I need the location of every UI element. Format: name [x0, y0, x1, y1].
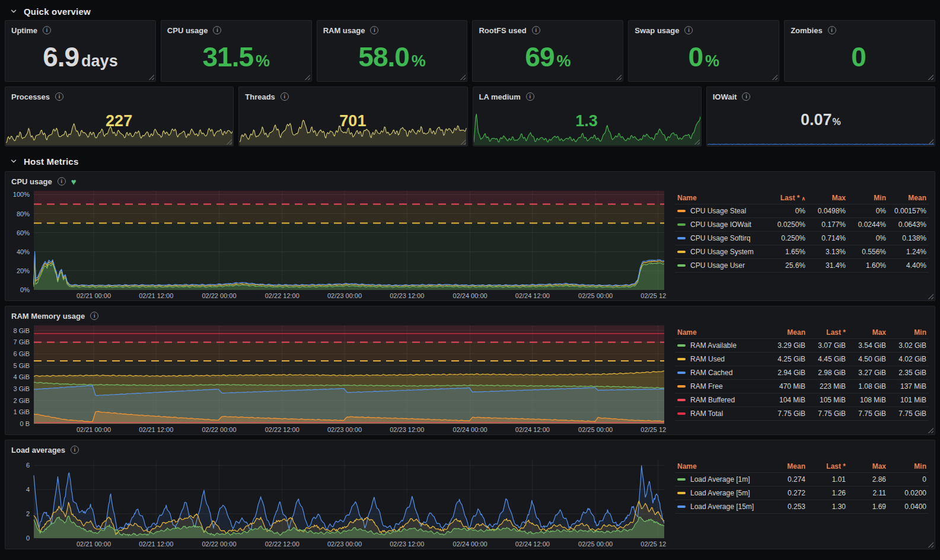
legend-row[interactable]: CPU Usage System1.65%3.13%0.556%1.24% — [675, 245, 929, 259]
quick-overview-row-2: Processes i 227 Threads i 701 LA medium — [5, 87, 935, 146]
panel-zombies: Zombies i 0 — [784, 20, 935, 82]
legend-row[interactable]: CPU Usage Softirq0.250%0.714%0%0.138% — [675, 232, 929, 245]
info-icon[interactable]: i — [213, 26, 221, 34]
legend-row[interactable]: RAM Used4.25 GiB4.45 GiB4.50 GiB4.02 GiB — [675, 353, 929, 366]
legend-column-max[interactable]: Max — [848, 327, 888, 339]
series-color-swatch — [677, 210, 686, 212]
info-icon[interactable]: i — [58, 177, 66, 185]
health-ok-heart-icon[interactable]: ♥ — [71, 177, 77, 186]
legend-row[interactable]: Load Average [15m]0.2531.301.690.0400 — [675, 500, 929, 514]
panel-resize-handle[interactable] — [148, 74, 154, 80]
info-icon[interactable]: i — [55, 92, 63, 101]
legend-row[interactable]: CPU Usage User25.6%31.4%1.60%4.40% — [675, 259, 929, 273]
svg-text:02/24 00:00: 02/24 00:00 — [453, 292, 487, 299]
panel-title: IOWait — [713, 92, 737, 101]
legend-row[interactable]: RAM Buffered104 MiB105 MiB108 MiB101 MiB — [675, 393, 929, 407]
legend-row[interactable]: RAM Total7.75 GiB7.75 GiB7.75 GiB7.75 Gi… — [675, 407, 929, 421]
info-icon[interactable]: i — [370, 26, 378, 34]
legend-column-min[interactable]: Min — [888, 460, 929, 473]
panel-header[interactable]: Swap usage i — [629, 21, 779, 36]
legend-column-name[interactable]: Name — [675, 460, 767, 473]
legend-row[interactable]: RAM Free470 MiB223 MiB1.08 GiB137 MiB — [675, 380, 929, 393]
series-color-swatch — [677, 344, 686, 347]
panel-header[interactable]: RootFS used i — [473, 21, 623, 36]
series-stat-value: 1.26 — [808, 487, 848, 500]
legend-row[interactable]: Load Average [1m]0.2741.012.860 — [675, 473, 929, 487]
legend-column-name[interactable]: Name — [675, 192, 767, 204]
info-icon[interactable]: i — [526, 92, 534, 101]
legend-column-max[interactable]: Max — [848, 460, 888, 473]
panel-resize-handle[interactable] — [928, 74, 933, 80]
panel-header[interactable]: Load averages i — [5, 440, 935, 456]
panel-title: RootFS used — [479, 26, 526, 35]
legend-row[interactable]: RAM Available3.29 GiB3.07 GiB3.54 GiB3.0… — [675, 339, 929, 353]
legend-column-min[interactable]: Min — [848, 192, 888, 204]
legend-row[interactable]: RAM Cached2.94 GiB2.98 GiB3.27 GiB2.35 G… — [675, 366, 929, 380]
panel-header[interactable]: Uptime i — [5, 21, 155, 36]
info-icon[interactable]: i — [281, 92, 289, 101]
series-stat-value: 7.75 GiB — [848, 407, 888, 421]
legend-row[interactable]: CPU Usage Steal0%0.0498%0%0.00157% — [675, 204, 929, 218]
ram-memory-usage-legend: NameMeanLast *MaxMinRAM Available3.29 Gi… — [667, 322, 935, 434]
stat-value: 31.5 % — [161, 43, 311, 71]
panel-header[interactable]: Zombies i — [785, 21, 935, 36]
panel-title: RAM Memory usage — [11, 312, 85, 321]
panel-header[interactable]: CPU usage i ♥ — [5, 172, 935, 187]
panel-header[interactable]: IOWait i — [707, 87, 935, 103]
section-header-quick-overview[interactable]: Quick overview — [5, 2, 935, 20]
panel-resize-handle[interactable] — [616, 74, 622, 80]
series-stat-value: 7.75 GiB — [888, 407, 929, 421]
panel-header[interactable]: Processes i — [5, 87, 233, 103]
info-icon[interactable]: i — [71, 446, 79, 454]
panel-resize-handle[interactable] — [460, 74, 466, 80]
legend-column-last[interactable]: Last * — [808, 327, 848, 339]
svg-text:0 B: 0 B — [20, 420, 30, 427]
svg-text:7 GiB: 7 GiB — [13, 338, 30, 345]
panel-header[interactable]: RAM Memory usage i — [5, 306, 935, 322]
panel-processes: Processes i 227 — [5, 87, 234, 146]
section-header-host-metrics[interactable]: Host Metrics — [5, 151, 935, 171]
info-icon[interactable]: i — [684, 26, 693, 34]
legend-column-mean[interactable]: Mean — [767, 327, 808, 339]
stat-number: 1.3 — [575, 112, 598, 130]
series-stat-value: 2.11 — [848, 487, 888, 500]
stat-value: 0 % — [629, 43, 779, 71]
svg-text:80%: 80% — [17, 210, 30, 217]
panel-header[interactable]: Threads i — [239, 87, 467, 103]
series-stat-value: 4.50 GiB — [848, 353, 888, 366]
load-averages-chart[interactable]: 024602/21 00:0002/21 12:0002/22 00:0002/… — [5, 456, 667, 549]
legend-column-last[interactable]: Last *∧ — [767, 192, 808, 204]
info-icon[interactable]: i — [742, 92, 750, 101]
panel-threads: Threads i 701 — [238, 87, 467, 146]
series-stat-value: 2.86 — [848, 473, 888, 487]
svg-text:02/24 12:00: 02/24 12:00 — [515, 426, 550, 433]
legend-column-mean[interactable]: Mean — [888, 192, 929, 204]
panel-header[interactable]: CPU usage i — [161, 21, 311, 36]
series-stat-value: 0.272 — [767, 487, 808, 500]
legend-row[interactable]: Load Average [5m]0.2721.262.110.0200 — [675, 487, 929, 500]
legend-column-name[interactable]: Name — [675, 327, 767, 339]
info-icon[interactable]: i — [43, 26, 51, 34]
legend-column-max[interactable]: Max — [808, 192, 848, 204]
series-stat-value: 0% — [848, 232, 888, 245]
legend-column-last[interactable]: Last * — [808, 460, 848, 473]
panel-header[interactable]: LA medium i — [473, 87, 701, 103]
legend-column-min[interactable]: Min — [888, 327, 929, 339]
info-icon[interactable]: i — [828, 26, 836, 34]
legend-column-mean[interactable]: Mean — [767, 460, 808, 473]
panel-resize-handle[interactable] — [304, 74, 310, 80]
chevron-down-icon — [9, 7, 18, 15]
stat-number: 31.5 — [202, 43, 253, 71]
ram-memory-usage-chart[interactable]: 0 B1 GiB2 GiB3 GiB4 GiB5 GiB6 GiB7 GiB8 … — [5, 322, 667, 434]
panel-resize-handle[interactable] — [772, 74, 778, 80]
info-icon[interactable]: i — [532, 26, 540, 34]
chart-body: 0%20%40%60%80%100%02/21 00:0002/21 12:00… — [5, 187, 935, 300]
info-icon[interactable]: i — [90, 312, 98, 320]
legend-row[interactable]: CPU Usage IOWait0.0250%0.177%0.0244%0.06… — [675, 218, 929, 232]
series-stat-value: 2.94 GiB — [767, 366, 808, 380]
cpu-usage-chart[interactable]: 0%20%40%60%80%100%02/21 00:0002/21 12:00… — [5, 187, 667, 300]
stat-unit: % — [833, 117, 841, 127]
iowait-sparkline[interactable] — [708, 139, 934, 145]
panel-cpu-usage-stat: CPU usage i 31.5 % — [161, 20, 312, 82]
panel-header[interactable]: RAM usage i — [317, 21, 467, 36]
